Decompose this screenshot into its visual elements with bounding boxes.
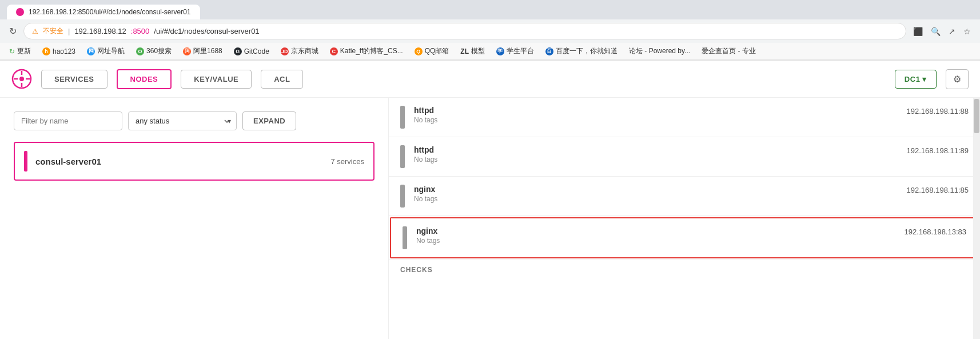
svg-point-1	[19, 77, 24, 81]
service-status-indicator	[400, 106, 405, 129]
bookmark-forum[interactable]: 论坛 - Powered by...	[627, 45, 692, 57]
filter-row: any status passing warning critical EXPA…	[14, 111, 375, 130]
browser-tab[interactable]: 192.168.198.12:8500/ui/#/dc1/nodes/consu…	[7, 5, 200, 19]
url-warning: 不安全	[43, 26, 63, 36]
service-tags: No tags	[414, 155, 907, 163]
service-name: httpd	[414, 106, 907, 115]
acl-nav-button[interactable]: ACL	[261, 70, 303, 89]
service-tags: No tags	[416, 237, 905, 245]
bookmark-student[interactable]: 学学生平台	[494, 45, 536, 57]
bookmark-aiqicha[interactable]: 爱企查首页 - 专业	[699, 45, 758, 57]
service-name: httpd	[414, 145, 907, 154]
checks-section-header: CHECKS	[389, 260, 980, 280]
tab-title: 192.168.198.12:8500/ui/#/dc1/nodes/consu…	[29, 8, 191, 16]
bookmark-jd[interactable]: JD京东商城	[278, 45, 321, 57]
service-ip: 192.168.198.11:89	[907, 145, 969, 155]
share-button[interactable]: ↗	[946, 25, 958, 38]
bookmark-gitcode[interactable]: GGitCode	[232, 46, 272, 57]
node-list-item[interactable]: consul-server01 7 services	[14, 142, 375, 181]
url-port: :8500	[131, 27, 150, 35]
service-tags: No tags	[414, 116, 907, 124]
service-info: nginx No tags	[416, 226, 905, 245]
bookmark-baidu[interactable]: 百百度一下，你就知道	[543, 45, 620, 57]
scrollbar[interactable]	[973, 98, 980, 339]
browser-chrome: 192.168.198.12:8500/ui/#/dc1/nodes/consu…	[0, 0, 980, 61]
bookmark-ali[interactable]: 阿阿里1688	[181, 45, 225, 57]
cast-button[interactable]: ⬛	[911, 25, 925, 38]
url-separator: |	[68, 27, 70, 35]
service-status-indicator	[400, 185, 405, 208]
address-bar[interactable]: ⚠ 不安全 | 192.168.198.12:8500/ui/#/dc1/nod…	[23, 23, 906, 39]
services-list: httpd No tags 192.168.198.11:88 httpd No…	[389, 98, 980, 339]
reload-button[interactable]: ↻	[7, 23, 19, 39]
service-info: httpd No tags	[414, 145, 907, 163]
left-panel: any status passing warning critical EXPA…	[0, 98, 389, 339]
url-host: 192.168.198.12	[74, 27, 126, 35]
zoom-button[interactable]: 🔍	[929, 25, 943, 38]
service-item-httpd-89[interactable]: httpd No tags 192.168.198.11:89	[389, 137, 980, 177]
tab-bar: 192.168.198.12:8500/ui/#/dc1/nodes/consu…	[0, 0, 980, 19]
status-select-wrapper: any status passing warning critical	[128, 111, 237, 130]
scrollbar-thumb[interactable]	[974, 99, 979, 133]
tab-favicon	[16, 8, 24, 16]
service-status-indicator	[403, 226, 407, 249]
service-info: nginx No tags	[414, 185, 907, 203]
bookmark-qq[interactable]: QQQ邮箱	[412, 45, 452, 57]
bookmark-update[interactable]: ↻ 更新	[7, 45, 33, 57]
service-ip: 192.168.198.13:83	[905, 226, 966, 236]
settings-gear-button[interactable]: ⚙	[946, 69, 969, 89]
address-bar-row: ↻ ⚠ 不安全 | 192.168.198.12:8500/ui/#/dc1/n…	[0, 19, 980, 43]
right-panel: httpd No tags 192.168.198.11:88 httpd No…	[389, 98, 980, 339]
filter-by-name-input[interactable]	[14, 111, 122, 130]
status-select[interactable]: any status passing warning critical	[128, 111, 237, 130]
node-status-indicator	[24, 151, 27, 172]
lock-icon: ⚠	[32, 27, 38, 35]
service-name: nginx	[416, 226, 905, 236]
service-ip: 192.168.198.11:85	[907, 185, 969, 194]
node-services-count: 7 services	[330, 157, 364, 166]
dc-selector-button[interactable]: DC1 ▾	[895, 70, 937, 89]
browser-actions: ⬛ 🔍 ↗ ☆	[911, 25, 973, 38]
consul-logo	[11, 69, 32, 89]
service-item-nginx-85[interactable]: nginx No tags 192.168.198.11:85	[389, 177, 980, 216]
service-info: httpd No tags	[414, 106, 907, 124]
services-nav-button[interactable]: SERVICES	[41, 70, 107, 89]
service-ip: 192.168.198.11:88	[907, 106, 969, 115]
keyvalue-nav-button[interactable]: KEY/VALUE	[181, 70, 252, 89]
main-content: any status passing warning critical EXPA…	[0, 98, 980, 339]
service-status-indicator	[400, 145, 405, 168]
expand-button[interactable]: EXPAND	[242, 111, 296, 130]
bookmark-hao123[interactable]: hhao123	[40, 46, 78, 57]
bookmark-360[interactable]: O360搜索	[134, 45, 174, 57]
app-nav: SERVICES NODES KEY/VALUE ACL DC1 ▾ ⚙	[0, 61, 980, 98]
bookmarks-bar: ↻ 更新 hhao123 网网址导航 O360搜索 阿阿里1688 GGitCo…	[0, 43, 980, 60]
node-name: consul-server01	[35, 157, 101, 166]
bookmark-model[interactable]: ZL 模型	[458, 45, 487, 57]
app: SERVICES NODES KEY/VALUE ACL DC1 ▾ ⚙ any…	[0, 61, 980, 339]
service-name: nginx	[414, 185, 907, 194]
service-tags: No tags	[414, 195, 907, 203]
bookmark-katie[interactable]: CKatie_ff的博客_CS...	[328, 45, 405, 57]
service-item-httpd-88[interactable]: httpd No tags 192.168.198.11:88	[389, 98, 980, 137]
bookmark-button[interactable]: ☆	[961, 25, 973, 38]
url-path: /ui/#/dc1/nodes/consul-server01	[154, 27, 259, 35]
nodes-nav-button[interactable]: NODES	[117, 69, 172, 89]
service-item-nginx-83[interactable]: nginx No tags 192.168.198.13:83	[390, 217, 979, 258]
bookmark-nav[interactable]: 网网址导航	[85, 45, 127, 57]
